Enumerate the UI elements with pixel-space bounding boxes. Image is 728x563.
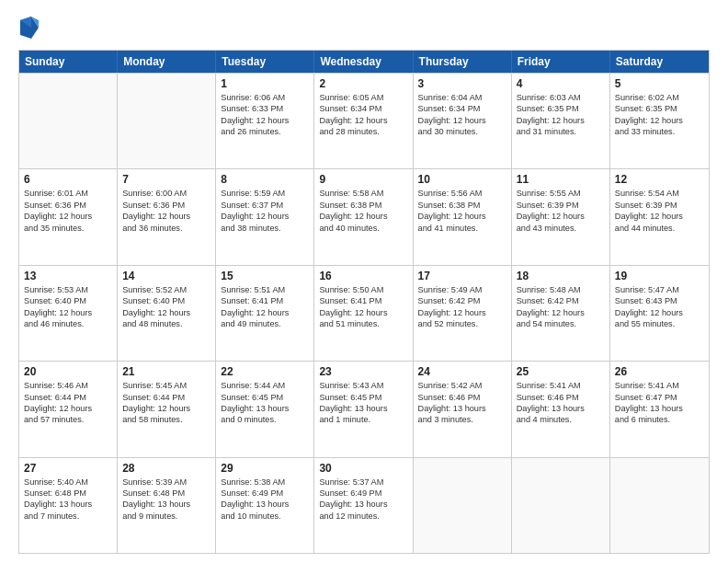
calendar-body: 1Sunrise: 6:06 AMSunset: 6:33 PMDaylight… (19, 73, 709, 553)
cell-info-line: Daylight: 13 hours (615, 403, 704, 414)
cell-info-line: Sunrise: 5:40 AM (24, 477, 112, 488)
day-number: 16 (319, 270, 407, 282)
cell-info-line: Sunset: 6:36 PM (24, 200, 112, 211)
day-number: 1 (221, 77, 309, 90)
weekday-header-saturday: Saturday (610, 51, 709, 73)
day-number: 2 (319, 77, 407, 90)
cell-info-line: Sunrise: 5:49 AM (418, 284, 506, 295)
logo-icon (18, 15, 40, 40)
calendar-cell: 25Sunrise: 5:41 AMSunset: 6:46 PMDayligh… (512, 362, 610, 456)
cell-info-line: Daylight: 12 hours (615, 307, 704, 318)
calendar-cell (19, 74, 118, 168)
cell-info-line: Sunset: 6:46 PM (517, 392, 605, 403)
cell-info-line: Sunrise: 6:05 AM (319, 92, 407, 103)
cell-info-line: Daylight: 12 hours (221, 307, 309, 318)
cell-info-line: Daylight: 12 hours (24, 307, 112, 318)
cell-info-line: Daylight: 13 hours (319, 499, 407, 510)
cell-info-line: Sunset: 6:39 PM (517, 200, 605, 211)
calendar-cell: 8Sunrise: 5:59 AMSunset: 6:37 PMDaylight… (216, 169, 314, 264)
cell-info-line: Sunrise: 6:00 AM (122, 188, 210, 199)
calendar-cell: 15Sunrise: 5:51 AMSunset: 6:41 PMDayligh… (216, 266, 314, 361)
calendar-row-4: 20Sunrise: 5:46 AMSunset: 6:44 PMDayligh… (19, 361, 709, 456)
cell-info-line: Sunrise: 5:52 AM (122, 284, 210, 295)
weekday-header-wednesday: Wednesday (314, 51, 413, 73)
cell-info-line: Daylight: 12 hours (418, 115, 506, 126)
calendar-header: SundayMondayTuesdayWednesdayThursdayFrid… (19, 51, 709, 73)
calendar-cell: 3Sunrise: 6:04 AMSunset: 6:34 PMDaylight… (414, 74, 512, 168)
calendar-cell: 21Sunrise: 5:45 AMSunset: 6:44 PMDayligh… (118, 362, 216, 456)
cell-info-line: Daylight: 13 hours (221, 403, 309, 414)
weekday-header-friday: Friday (512, 51, 610, 73)
cell-info-line: Daylight: 12 hours (418, 211, 506, 222)
day-number: 5 (615, 77, 704, 90)
cell-info-line: Sunrise: 5:41 AM (615, 380, 704, 391)
day-number: 27 (24, 462, 112, 475)
cell-info-line: Sunset: 6:35 PM (615, 103, 704, 114)
cell-info-line: and 7 minutes. (24, 511, 112, 522)
day-number: 11 (517, 173, 605, 186)
cell-info-line: and 36 minutes. (122, 223, 210, 234)
day-number: 10 (418, 173, 506, 186)
cell-info-line: Sunset: 6:34 PM (319, 103, 407, 114)
day-number: 19 (615, 270, 704, 282)
calendar-cell: 28Sunrise: 5:39 AMSunset: 6:48 PMDayligh… (118, 458, 216, 553)
cell-info-line: and 12 minutes. (319, 511, 407, 522)
cell-info-line: Daylight: 13 hours (418, 403, 506, 414)
logo (18, 15, 44, 40)
cell-info-line: Sunset: 6:42 PM (517, 295, 605, 306)
cell-info-line: Daylight: 12 hours (221, 211, 309, 222)
cell-info-line: Sunset: 6:40 PM (122, 295, 210, 306)
cell-info-line: Daylight: 12 hours (319, 307, 407, 318)
cell-info-line: Daylight: 13 hours (517, 403, 605, 414)
cell-info-line: and 54 minutes. (517, 318, 605, 329)
cell-info-line: Sunset: 6:46 PM (418, 392, 506, 403)
cell-info-line: Sunset: 6:49 PM (319, 488, 407, 499)
cell-info-line: Sunrise: 6:06 AM (221, 92, 309, 103)
cell-info-line: and 9 minutes. (122, 511, 210, 522)
day-number: 14 (122, 270, 210, 282)
cell-info-line: and 44 minutes. (615, 223, 704, 234)
cell-info-line: and 52 minutes. (418, 318, 506, 329)
day-number: 25 (517, 365, 605, 378)
calendar-cell (414, 458, 512, 553)
cell-info-line: Sunrise: 5:43 AM (319, 380, 407, 391)
calendar-cell: 1Sunrise: 6:06 AMSunset: 6:33 PMDaylight… (216, 74, 314, 168)
cell-info-line: Sunset: 6:49 PM (221, 488, 309, 499)
cell-info-line: and 10 minutes. (221, 511, 309, 522)
cell-info-line: Sunset: 6:39 PM (615, 200, 704, 211)
cell-info-line: Sunrise: 5:55 AM (517, 188, 605, 199)
calendar-cell: 6Sunrise: 6:01 AMSunset: 6:36 PMDaylight… (19, 169, 118, 264)
calendar-cell (118, 74, 216, 168)
day-number: 26 (615, 365, 704, 378)
cell-info-line: Sunrise: 6:04 AM (418, 92, 506, 103)
cell-info-line: Sunset: 6:38 PM (418, 200, 506, 211)
day-number: 13 (24, 270, 112, 282)
cell-info-line: and 33 minutes. (615, 126, 704, 137)
cell-info-line: Sunset: 6:48 PM (122, 488, 210, 499)
cell-info-line: Daylight: 12 hours (24, 403, 112, 414)
cell-info-line: Daylight: 12 hours (122, 211, 210, 222)
calendar-cell: 7Sunrise: 6:00 AMSunset: 6:36 PMDaylight… (118, 169, 216, 264)
cell-info-line: Sunrise: 5:42 AM (418, 380, 506, 391)
calendar: SundayMondayTuesdayWednesdayThursdayFrid… (18, 50, 710, 554)
calendar-cell: 22Sunrise: 5:44 AMSunset: 6:45 PMDayligh… (216, 362, 314, 456)
cell-info-line: Daylight: 12 hours (319, 211, 407, 222)
cell-info-line: and 40 minutes. (319, 223, 407, 234)
cell-info-line: Sunrise: 5:39 AM (122, 477, 210, 488)
cell-info-line: Sunset: 6:40 PM (24, 295, 112, 306)
cell-info-line: Daylight: 13 hours (122, 499, 210, 510)
cell-info-line: and 43 minutes. (517, 223, 605, 234)
calendar-cell: 16Sunrise: 5:50 AMSunset: 6:41 PMDayligh… (314, 266, 413, 361)
day-number: 12 (615, 173, 704, 186)
cell-info-line: Sunset: 6:45 PM (319, 392, 407, 403)
cell-info-line: Sunrise: 6:01 AM (24, 188, 112, 199)
calendar-row-2: 6Sunrise: 6:01 AMSunset: 6:36 PMDaylight… (19, 168, 709, 264)
cell-info-line: Sunset: 6:36 PM (122, 200, 210, 211)
cell-info-line: and 31 minutes. (517, 126, 605, 137)
calendar-cell: 18Sunrise: 5:48 AMSunset: 6:42 PMDayligh… (512, 266, 610, 361)
cell-info-line: Sunset: 6:47 PM (615, 392, 704, 403)
cell-info-line: Daylight: 12 hours (615, 115, 704, 126)
cell-info-line: Sunrise: 5:56 AM (418, 188, 506, 199)
cell-info-line: Sunset: 6:35 PM (517, 103, 605, 114)
day-number: 17 (418, 270, 506, 282)
